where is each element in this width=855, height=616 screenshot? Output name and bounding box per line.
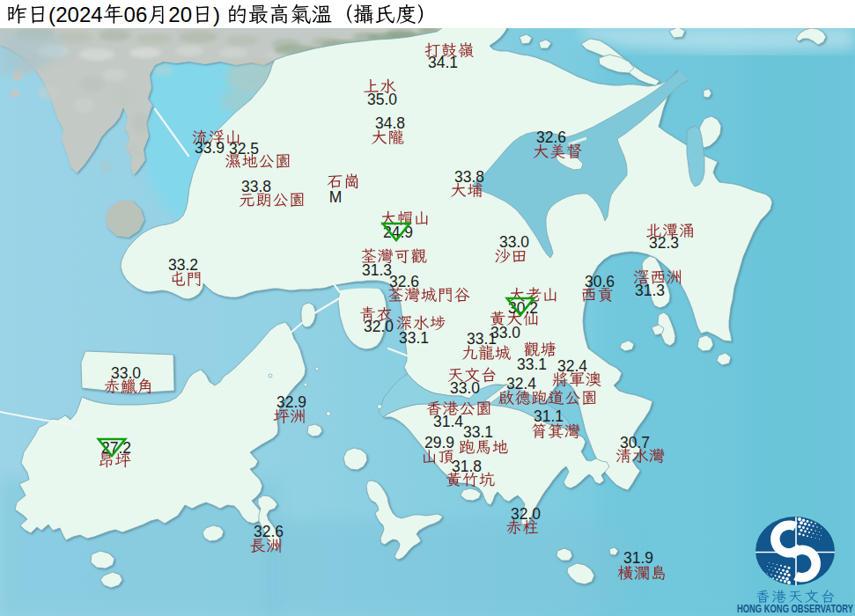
svg-text:33.1: 33.1 <box>463 423 493 441</box>
svg-text:31.8: 31.8 <box>452 458 482 475</box>
svg-text:32.3: 32.3 <box>649 234 679 252</box>
svg-text:30.7: 30.7 <box>620 434 650 451</box>
svg-text:32.4: 32.4 <box>557 357 587 375</box>
svg-text:32.5: 32.5 <box>229 140 259 158</box>
svg-text:29.9: 29.9 <box>424 434 454 451</box>
svg-text:33.0: 33.0 <box>450 379 480 397</box>
svg-text:(: ( <box>48 3 55 26</box>
svg-text:33.2: 33.2 <box>168 256 198 274</box>
svg-text:33.1: 33.1 <box>399 329 429 347</box>
svg-text:32.0: 32.0 <box>511 505 541 523</box>
svg-text:31.3: 31.3 <box>362 261 392 279</box>
svg-text:30.2: 30.2 <box>508 299 538 317</box>
svg-text:20: 20 <box>168 3 192 26</box>
svg-text:31.4: 31.4 <box>433 413 463 430</box>
svg-text:34.1: 34.1 <box>428 54 458 71</box>
svg-text:32.4: 32.4 <box>506 375 536 392</box>
svg-text:32.9: 32.9 <box>276 393 306 411</box>
svg-text:32.6: 32.6 <box>536 128 566 146</box>
svg-text:31.1: 31.1 <box>534 407 564 425</box>
svg-text:33.8: 33.8 <box>454 168 484 186</box>
svg-text:33.1: 33.1 <box>467 330 497 348</box>
svg-text:2024: 2024 <box>55 3 102 26</box>
svg-text:33.0: 33.0 <box>499 233 529 251</box>
svg-text:30.6: 30.6 <box>585 273 615 290</box>
svg-text:31.9: 31.9 <box>623 549 653 567</box>
svg-text:): ) <box>213 3 220 26</box>
svg-text:33.9: 33.9 <box>195 139 225 157</box>
svg-text:33.0: 33.0 <box>111 364 141 382</box>
svg-text:06: 06 <box>124 3 148 26</box>
svg-text:32.0: 32.0 <box>364 318 394 335</box>
svg-text:33.1: 33.1 <box>517 356 547 373</box>
svg-text:M: M <box>329 188 343 206</box>
svg-text:32.6: 32.6 <box>389 273 419 290</box>
svg-text:33.8: 33.8 <box>241 178 271 195</box>
svg-text:HONG KONG OBSERVATORY: HONG KONG OBSERVATORY <box>737 603 853 615</box>
svg-text:34.8: 34.8 <box>375 114 405 132</box>
svg-text:32.6: 32.6 <box>254 523 284 540</box>
svg-text:31.3: 31.3 <box>635 282 665 299</box>
svg-text:35.0: 35.0 <box>367 91 397 108</box>
